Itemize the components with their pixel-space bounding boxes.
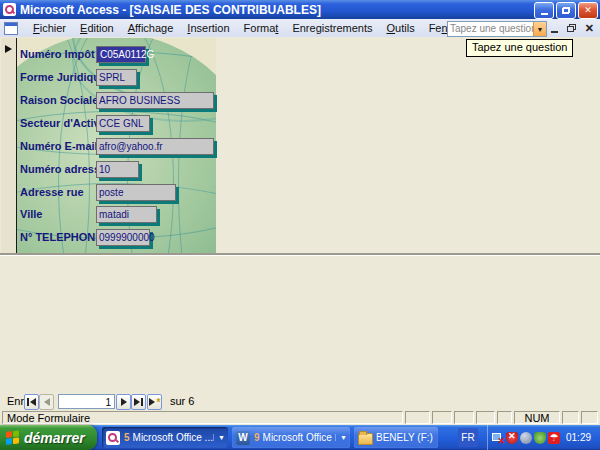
child-restore-button[interactable] [567,24,576,32]
record-number-input[interactable] [58,394,115,409]
volume-icon[interactable] [520,432,532,444]
field-label-forme-juridique: Forme Juridique [20,71,106,83]
status-mode: Mode Formulaire [2,411,403,424]
field-input-n-telephone[interactable]: 0999900000 [96,229,150,246]
status-bar: Mode Formulaire NUM [0,410,600,425]
status-panel [581,411,598,424]
field-input-num-ro-imp-t[interactable]: C05A0112G [96,46,146,63]
status-panel [476,411,495,424]
menu-outils[interactable]: Outils [380,20,422,36]
status-num-indicator: NUM [514,411,560,424]
field-label-num-ro-e-mail: Numéro E-mail [20,140,98,152]
close-button[interactable]: ✕ [578,2,598,19]
taskbar-button-benely-f[interactable]: BENELY (F:) [354,427,438,448]
status-panel [562,411,579,424]
field-input-adresse-rue[interactable]: poste [96,184,176,201]
form-system-menu-icon[interactable] [4,22,18,35]
field-label-n-telephone: N° TELEPHONE [20,231,103,243]
next-record-button[interactable] [116,394,131,410]
menu-bar: FichierEditionAffichageInsertionFormatEn… [0,19,600,38]
menu-items: FichierEditionAffichageInsertionFormatEn… [26,20,494,36]
taskbar-clock: 01:29 [566,432,591,443]
new-record-button[interactable]: * [147,394,162,410]
network-error-icon[interactable] [492,432,504,444]
status-panel [432,411,452,424]
question-tooltip: Tapez une question [466,39,573,57]
menu-format[interactable]: Format [237,20,286,36]
field-input-raison-sociale[interactable]: AFRO BUSINESS [96,92,214,109]
security-alert-icon[interactable] [506,432,518,444]
restore-button[interactable] [556,2,576,19]
desktop: Microsoft Access - [SAISAIE DES CONTRIBU… [0,0,600,450]
taskbar: démarrer 5Microsoft Office ...▼9Microsof… [0,425,600,450]
windows-logo-icon [6,430,20,445]
field-label-num-ro-adresse: Numéro adresse [20,163,106,175]
field-input-forme-juridique[interactable]: SPRL [96,69,137,86]
start-button[interactable]: démarrer [0,425,97,450]
menu-enregistrements[interactable]: Enregistrements [285,20,379,36]
last-record-button[interactable] [131,394,146,410]
group-chevron-icon: ▼ [213,434,225,441]
previous-record-button [39,394,54,410]
field-input-num-ro-e-mail[interactable]: afro@yahoo.fr [96,138,214,155]
status-panel [405,411,430,424]
menu-affichage[interactable]: Affichage [121,20,181,36]
language-indicator[interactable]: FR [458,428,478,447]
avira-umbrella-icon[interactable] [548,432,560,444]
start-button-label: démarrer [24,430,85,446]
menu-fichier[interactable]: Fichier [26,20,73,36]
folder-icon [358,433,373,445]
group-chevron-icon: ▼ [335,434,347,441]
access-icon [106,431,120,445]
field-input-secteur-d-activit[interactable]: CCE GNL [96,115,150,132]
antivirus-green-icon[interactable] [534,432,546,444]
question-input[interactable]: Tapez une question [448,22,533,36]
record-navigation-bar: Enr : * sur 6 [0,393,600,410]
form-section-divider [0,253,600,256]
menu-edition[interactable]: Edition [73,20,121,36]
field-input-ville[interactable]: matadi [96,206,157,223]
field-label-raison-sociale: Raison Sociale [20,94,98,106]
record-count-label: sur 6 [170,395,194,407]
child-close-button[interactable]: ✕ [585,23,594,34]
record-selector-bar[interactable] [1,38,17,254]
access-app-icon [3,3,16,16]
current-record-arrow-icon [5,45,12,53]
first-record-button[interactable] [24,394,39,410]
question-combo[interactable]: Tapez une question ▼ [447,21,547,37]
window-title: Microsoft Access - [SAISAIE DES CONTRIBU… [20,3,321,17]
form-saisie-contribuables: Numéro ImpôtC05A0112GForme JuridiqueSPRL… [0,37,600,393]
chevron-down-icon[interactable]: ▼ [533,22,546,36]
word-icon [236,431,250,445]
taskbar-button-microsoft-office[interactable]: 5Microsoft Office ...▼ [102,427,228,448]
menu-insertion[interactable]: Insertion [180,20,236,36]
field-input-num-ro-adresse[interactable]: 10 [96,161,139,178]
status-panel [454,411,474,424]
title-bar: Microsoft Access - [SAISAIE DES CONTRIBU… [0,0,600,19]
status-panel [497,411,512,424]
minimize-button[interactable] [534,2,554,19]
field-label-ville: Ville [20,208,42,220]
child-minimize-button[interactable] [551,23,558,33]
taskbar-button-microsoft-office[interactable]: 9Microsoft Office ...▼ [232,427,350,448]
system-tray: 01:29 [487,425,600,450]
field-label-num-ro-imp-t: Numéro Impôt [20,48,95,60]
field-label-adresse-rue: Adresse rue [20,186,84,198]
